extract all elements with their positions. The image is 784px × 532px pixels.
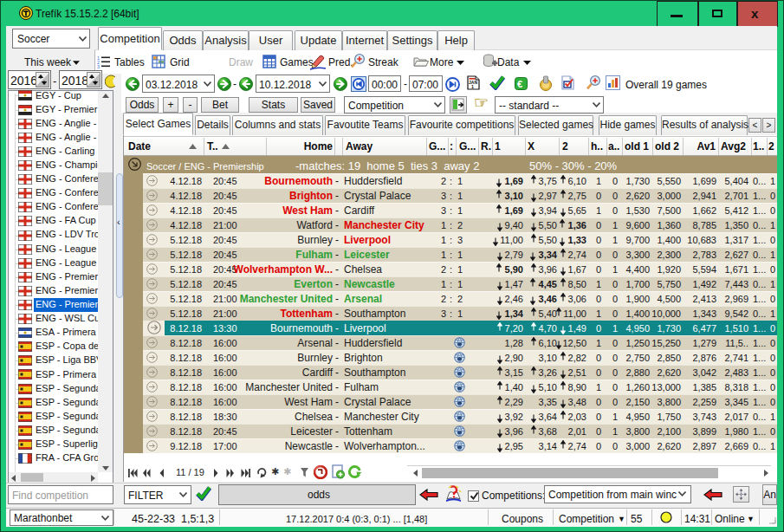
svg-text:3: 3 [97, 64, 100, 69]
svg-text:€: € [517, 79, 522, 89]
svg-text:1: 1 [471, 84, 474, 89]
